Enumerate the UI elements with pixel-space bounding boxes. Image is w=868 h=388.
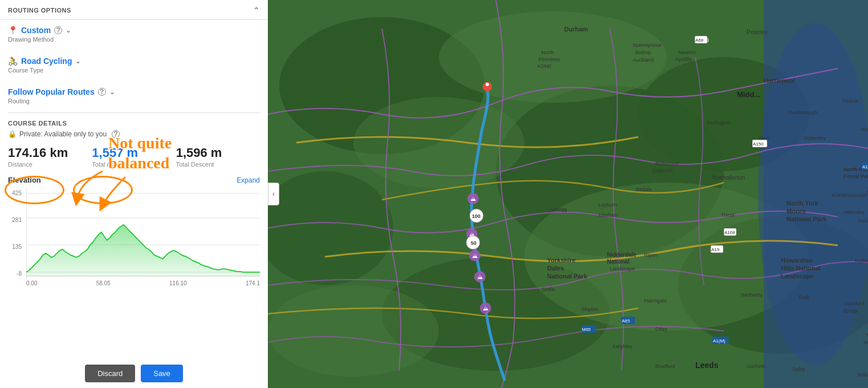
svg-text:⛰: ⛰	[472, 253, 478, 259]
svg-text:A1(M): A1(M)	[713, 338, 726, 343]
svg-text:Nidderdale: Nidderdale	[607, 252, 637, 258]
privacy-label: Private: Available only to you	[19, 130, 107, 138]
svg-text:Durham: Durham	[564, 26, 588, 33]
svg-text:Spennymoor: Spennymoor	[633, 42, 662, 48]
svg-text:Bedale: Bedale	[636, 187, 652, 192]
svg-text:Selby: Selby	[792, 366, 805, 372]
svg-text:Malton: Malton	[855, 258, 868, 264]
svg-text:Pickering: Pickering	[858, 218, 868, 224]
map-area[interactable]: ⛰ ⛰ ⛰ ⛰ ⛰ 100 50 Durham Peterlee Hartlep…	[268, 0, 868, 388]
drawing-method-label[interactable]: Custom	[21, 26, 51, 35]
divider-1	[8, 112, 260, 113]
map-toggle-button[interactable]: ‹	[268, 183, 279, 205]
svg-text:Wetherby: Wetherby	[741, 292, 763, 298]
bottom-buttons: Discard Save	[0, 357, 268, 388]
help-icon-routing[interactable]: ?	[98, 88, 106, 96]
help-icon-drawing[interactable]: ?	[54, 26, 62, 34]
svg-point-20	[268, 285, 439, 377]
routing-label[interactable]: Follow Popular Routes	[8, 87, 95, 96]
y-label-neg8: -8	[6, 270, 22, 277]
svg-text:Whitby: Whitby	[861, 127, 868, 132]
elevation-chart-container: 425 281 135 -8	[26, 188, 260, 279]
svg-text:50: 50	[471, 240, 476, 246]
svg-text:⛰: ⛰	[477, 274, 483, 280]
svg-text:Weighton: Weighton	[863, 340, 868, 345]
svg-text:Midd...: Midd...	[737, 90, 760, 99]
svg-text:Darlington: Darlington	[707, 120, 730, 126]
routing-dropdown[interactable]: ⌄	[109, 88, 115, 96]
collapse-icon[interactable]: ⌃	[253, 6, 260, 15]
svg-text:Hills National: Hills National	[781, 265, 821, 272]
svg-text:North: North	[541, 50, 554, 55]
help-icon-privacy[interactable]: ?	[112, 130, 120, 138]
svg-text:Bishop: Bishop	[635, 50, 651, 55]
privacy-row: 🔒 Private: Available only to you ?	[0, 128, 268, 143]
cycling-icon: 🚴	[8, 56, 18, 66]
drawing-method-dropdown[interactable]: ⌄	[66, 26, 71, 34]
discard-button[interactable]: Discard	[85, 365, 135, 382]
svg-text:Bridge: Bridge	[843, 308, 858, 314]
svg-text:North York: North York	[787, 200, 819, 207]
total-descent-value: 1,596 m	[176, 146, 260, 160]
svg-text:Hartlepool: Hartlepool	[764, 77, 794, 84]
stats-row: 174.16 km Distance 1,557 m Total Ascent …	[0, 143, 268, 173]
svg-text:Harrogate: Harrogate	[644, 298, 667, 304]
svg-text:⛰: ⛰	[483, 305, 488, 312]
svg-text:Landscape: Landscape	[781, 273, 813, 280]
x-axis-labels: 0.00 58.05 116.10 174.1	[26, 279, 260, 286]
svg-text:Landscape: Landscape	[610, 266, 635, 272]
y-label-281: 281	[6, 217, 22, 223]
svg-text:Ackrigg: Ackrigg	[550, 207, 567, 212]
distance-label: Distance	[8, 161, 92, 168]
svg-text:York: York	[798, 294, 810, 301]
svg-text:Yorkshire: Yorkshire	[547, 257, 576, 264]
svg-text:Stamford-: Stamford-	[843, 301, 866, 306]
course-type-dropdown[interactable]: ⌄	[75, 57, 81, 65]
svg-text:Catterick: Catterick	[653, 168, 673, 173]
x-label-116: 116.10	[169, 280, 187, 286]
map-background: ⛰ ⛰ ⛰ ⛰ ⛰ 100 50 Durham Peterlee Hartlep…	[268, 0, 868, 388]
routing-options-header: ROUTING OPTIONS ⌃	[0, 0, 268, 20]
svg-text:Leeds: Leeds	[695, 361, 719, 370]
routing-sublabel: Routing	[8, 98, 260, 104]
svg-text:Aycliffe: Aycliffe	[675, 56, 692, 62]
svg-text:Forest Park: Forest Park	[843, 173, 868, 179]
course-type-row: 🚴 Road Cycling ⌄ Course Type	[0, 51, 268, 78]
svg-text:M65: M65	[582, 327, 591, 332]
y-axis-labels: 425 281 135 -8	[6, 188, 22, 279]
lock-icon: 🔒	[8, 130, 17, 138]
elevation-title: Elevation	[8, 176, 41, 184]
svg-text:100: 100	[472, 213, 480, 219]
course-type-label[interactable]: Road Cycling	[21, 56, 72, 66]
distance-value: 174.16 km	[8, 146, 92, 160]
svg-text:Ripon: Ripon	[644, 252, 658, 258]
elevation-svg	[26, 188, 260, 279]
svg-text:A19: A19	[711, 247, 720, 252]
total-descent-stat: 1,596 m Total Descent	[176, 146, 260, 168]
location-pin-icon: 📍	[8, 26, 18, 35]
svg-text:Kirkbymoorside: Kirkbymoorside	[832, 192, 867, 198]
expand-button[interactable]: Expand	[237, 176, 260, 184]
svg-text:Bradford: Bradford	[655, 363, 675, 369]
svg-text:⛰: ⛰	[470, 196, 476, 202]
svg-text:A168: A168	[724, 230, 735, 235]
svg-text:Thirsk: Thirsk	[721, 212, 735, 218]
svg-text:Redcar: Redcar	[842, 98, 859, 104]
y-label-425: 425	[6, 190, 22, 196]
total-ascent-stat: 1,557 m Total Ascent	[92, 146, 176, 168]
y-label-135: 135	[6, 244, 22, 250]
total-ascent-value: 1,557 m	[92, 146, 176, 160]
svg-text:Helmsley: Helmsley	[843, 209, 865, 215]
course-type-sublabel: Course Type	[8, 67, 260, 74]
svg-text:Moors: Moors	[787, 208, 805, 215]
svg-text:Auckland: Auckland	[633, 57, 654, 63]
total-ascent-label: Total Ascent	[92, 161, 176, 168]
svg-point-25	[486, 83, 489, 86]
drawing-method-row: 📍 Custom ? ⌄ Drawing Method	[0, 20, 268, 47]
svg-text:AONB: AONB	[537, 63, 552, 69]
routing-options-title: ROUTING OPTIONS	[8, 7, 71, 14]
svg-text:Dales: Dales	[547, 265, 564, 272]
x-label-0: 0.00	[26, 280, 37, 286]
save-button[interactable]: Save	[141, 365, 183, 382]
svg-text:A171: A171	[862, 164, 868, 169]
